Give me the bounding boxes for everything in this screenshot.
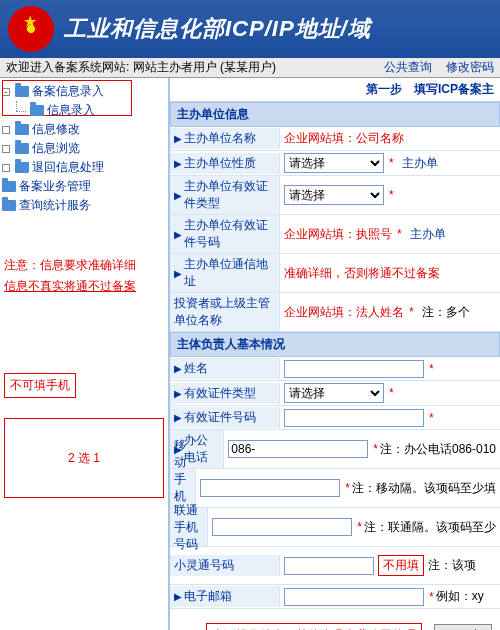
folder-icon <box>30 105 44 116</box>
sidebar-warning-4: 2 选 1 <box>4 418 164 498</box>
label-investor: 投资者或上级主管单位名称 <box>174 295 275 329</box>
label-phs: 小灵通号码 <box>174 557 234 574</box>
input-office-tel[interactable] <box>228 440 368 458</box>
label-org-type: 主办单位性质 <box>184 155 256 172</box>
folder-icon <box>15 86 29 97</box>
input-id-no[interactable] <box>284 409 424 427</box>
label-id-no: 有效证件号码 <box>184 409 256 426</box>
sidebar-warning-1: 注意：信息要求准确详细 <box>2 255 166 276</box>
link-change-password[interactable]: 修改密码 <box>446 59 494 76</box>
sidebar-item-filing-entry[interactable]: -备案信息录入 <box>2 82 166 101</box>
app-header: 工业和信息化部ICP/IP地址/域 <box>0 0 500 58</box>
label-id-type: 有效证件类型 <box>184 385 256 402</box>
select-id-type[interactable]: 请选择 <box>284 383 384 403</box>
form-content: 第一步 填写ICP备案主 主办单位信息 ▶主办单位名称 企业网站填：公司名称 ▶… <box>170 78 500 630</box>
input-name[interactable] <box>284 360 424 378</box>
sidebar-item-business[interactable]: 备案业务管理 <box>2 177 166 196</box>
sidebar-item-info-modify[interactable]: 信息修改 <box>2 120 166 139</box>
input-email[interactable] <box>284 588 424 606</box>
sidebar-item-returned[interactable]: 退回信息处理 <box>2 158 166 177</box>
next-button[interactable]: 下一步 <box>434 624 492 630</box>
sidebar-item-stats[interactable]: 查询统计服务 <box>2 196 166 215</box>
input-unicom[interactable] <box>212 518 352 536</box>
sidebar-warning-2: 信息不真实将通不过备案 <box>2 276 166 297</box>
folder-icon <box>2 200 16 211</box>
app-title: 工业和信息化部ICP/IP地址/域 <box>64 14 371 44</box>
hint-addr: 准确详细，否则将通不过备案 <box>284 265 440 282</box>
section-org-info: 主办单位信息 <box>170 102 500 127</box>
select-org-type[interactable]: 请选择 <box>284 153 384 173</box>
select-cert-type[interactable]: 请选择 <box>284 185 384 205</box>
label-unicom: 联通手机号码 <box>174 502 203 553</box>
hint-org-name: 企业网站填：公司名称 <box>284 130 404 147</box>
welcome-text: 欢迎进入备案系统网站: 网站主办者用户 (某某用户) <box>6 59 276 76</box>
label-cert-type: 主办单位有效证件类型 <box>184 178 275 212</box>
sidebar-item-info-entry[interactable]: 信息录入 <box>2 101 166 120</box>
folder-icon <box>15 124 29 135</box>
hint-cert-no: 企业网站填：执照号 <box>284 226 392 243</box>
national-emblem-icon <box>8 6 54 52</box>
hint-investor: 企业网站填：法人姓名 <box>284 304 404 321</box>
label-email: 电子邮箱 <box>184 588 232 605</box>
folder-icon <box>15 143 29 154</box>
sidebar-item-info-browse[interactable]: 信息浏览 <box>2 139 166 158</box>
top-bar: 欢迎进入备案系统网站: 网站主办者用户 (某某用户) 公共查询 修改密码 <box>0 58 500 78</box>
input-mobile[interactable] <box>200 479 340 497</box>
label-addr: 主办单位通信地址 <box>184 256 275 290</box>
sidebar-warning-3: 不可填手机 <box>4 373 76 398</box>
folder-icon <box>15 162 29 173</box>
link-public-query[interactable]: 公共查询 <box>384 59 432 76</box>
label-org-name: 主办单位名称 <box>184 130 256 147</box>
step-indicator: 第一步 填写ICP备案主 <box>170 78 500 102</box>
input-phs[interactable] <box>284 557 374 575</box>
section-person-info: 主体负责人基本情况 <box>170 332 500 357</box>
folder-icon <box>2 181 16 192</box>
label-cert-no: 主办单位有效证件号码 <box>184 217 275 251</box>
sidebar: -备案信息录入 信息录入 信息修改 信息浏览 退回信息处理 备案业务管理 查询统… <box>0 78 170 630</box>
hint-phs: 不用填 <box>378 555 424 576</box>
footer-message: 本页操作结束，其他步骤由我公司处理 <box>206 623 422 630</box>
label-name: 姓名 <box>184 360 208 377</box>
